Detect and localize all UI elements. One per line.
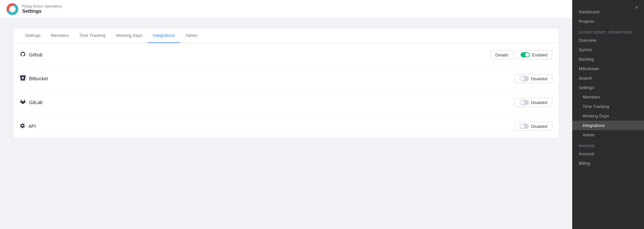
sidebar-header: × (572, 0, 644, 7)
api-actions: Disabled (515, 122, 552, 131)
api-toggle-button[interactable]: Disabled (515, 122, 552, 131)
sidebar-item-time-tracking[interactable]: Time Tracking (572, 102, 644, 111)
integration-gitlab-info: GitLab (20, 99, 42, 106)
sidebar-section-manage: MANAGE (572, 140, 644, 149)
api-name: API (28, 124, 36, 129)
sidebar-item-integrations[interactable]: Integrations (572, 121, 644, 130)
api-status-label: Disabled (531, 124, 547, 129)
page-title: Settings (22, 8, 62, 14)
gitlab-toggle-indicator (520, 100, 529, 105)
sidebar-item-members[interactable]: Members (572, 92, 644, 102)
sidebar-item-account[interactable]: Account (572, 149, 644, 159)
integration-bitbucket-info: Bitbucket (20, 75, 48, 82)
sidebar-section-operations: FLYING DONUT: OPERATIONS (572, 26, 644, 36)
tabs-bar: Settings Members Time Tracking Working D… (13, 28, 559, 43)
github-icon (20, 51, 26, 58)
logo-inner (9, 6, 16, 12)
sidebar-item-overview[interactable]: Overview (572, 36, 644, 45)
close-icon[interactable]: × (633, 3, 641, 12)
sidebar-item-settings[interactable]: Settings (572, 83, 644, 92)
gitlab-actions: Disabled (515, 98, 552, 107)
github-status-label: Enabled (532, 53, 547, 57)
tab-time-tracking[interactable]: Time Tracking (74, 28, 111, 43)
tab-working-days[interactable]: Working Days (111, 28, 148, 43)
bitbucket-toggle-indicator (520, 76, 529, 81)
sidebar-item-billing[interactable]: Billing (572, 159, 644, 168)
tab-admin[interactable]: Admin (180, 28, 203, 43)
sidebar-nav: Dashboard Projects FLYING DONUT: OPERATI… (572, 7, 644, 229)
tab-members[interactable]: Members (46, 28, 74, 43)
github-actions: Details Enabled (491, 50, 552, 59)
tab-settings[interactable]: Settings (20, 28, 46, 43)
app-logo (7, 3, 18, 15)
right-sidebar: × Dashboard Projects FLYING DONUT: OPERA… (572, 0, 644, 229)
sidebar-item-sprints[interactable]: Sprints (572, 45, 644, 54)
integration-gitlab: GitLab Disabled (20, 91, 552, 114)
gitlab-toggle-button[interactable]: Disabled (515, 98, 552, 107)
main-content: Settings Members Time Tracking Working D… (0, 18, 572, 229)
main-area: Flying Donut: Operations Settings Settin… (0, 0, 572, 229)
integration-api: API Disabled (20, 114, 552, 138)
integration-bitbucket: Bitbucket Disabled (20, 67, 552, 91)
gitlab-status-label: Disabled (531, 100, 547, 105)
integration-github: Github Details Enabled (20, 43, 552, 67)
gear-icon (20, 123, 25, 130)
bitbucket-toggle-button[interactable]: Disabled (515, 74, 552, 83)
settings-card: Settings Members Time Tracking Working D… (13, 28, 559, 138)
bitbucket-status-label: Disabled (531, 76, 547, 81)
gitlab-name: GitLab (29, 100, 42, 105)
gitlab-icon (20, 99, 26, 106)
sidebar-item-projects[interactable]: Projects (572, 17, 644, 26)
sidebar-item-admin[interactable]: Admin (572, 130, 644, 140)
sidebar-item-milestones[interactable]: Milestones (572, 64, 644, 73)
tab-integrations[interactable]: Integrations (148, 28, 180, 43)
github-toggle-indicator (521, 52, 530, 57)
github-name: Github (29, 52, 42, 57)
sidebar-item-backlog[interactable]: Backlog (572, 54, 644, 64)
org-name: Flying Donut: Operations (22, 4, 62, 8)
integrations-list: Github Details Enabled (13, 43, 559, 138)
integration-github-info: Github (20, 51, 42, 58)
app-header: Flying Donut: Operations Settings (0, 0, 572, 18)
header-text: Flying Donut: Operations Settings (22, 4, 62, 14)
bitbucket-icon (20, 75, 26, 82)
sidebar-item-search[interactable]: Search (572, 73, 644, 83)
integration-api-info: API (20, 123, 36, 130)
bitbucket-actions: Disabled (515, 74, 552, 83)
api-toggle-indicator (520, 124, 529, 129)
github-details-button[interactable]: Details (491, 51, 513, 59)
github-toggle-button[interactable]: Enabled (516, 50, 552, 59)
bitbucket-name: Bitbucket (29, 76, 48, 81)
sidebar-item-working-days[interactable]: Working Days (572, 111, 644, 121)
